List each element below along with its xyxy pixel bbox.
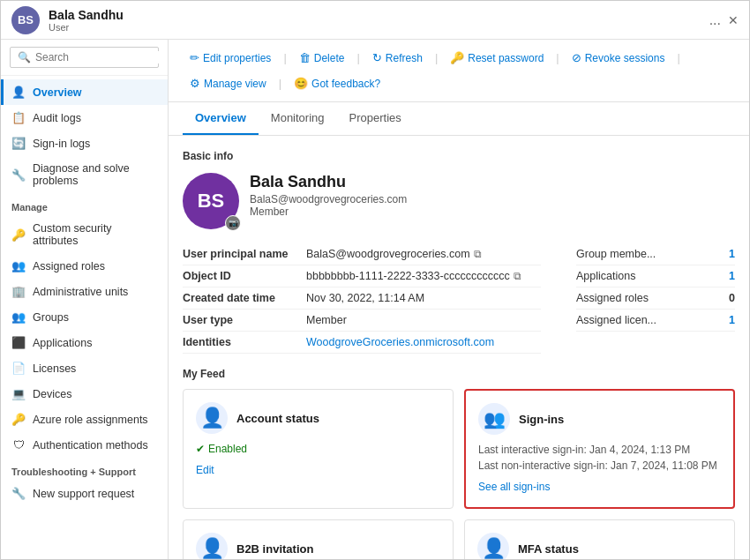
search-icon: 🔍 xyxy=(18,51,31,63)
sidebar-item-support[interactable]: 🔧 New support request xyxy=(1,481,168,506)
sidebar-item-assigned-roles-label: Assigned roles xyxy=(33,260,105,273)
user-type-label: User type xyxy=(183,314,306,326)
sep6: | xyxy=(279,77,281,90)
identities-link[interactable]: WoodgroveGroceries.onmicrosoft.com xyxy=(306,336,494,348)
tab-properties[interactable]: Properties xyxy=(337,102,414,135)
identities-label: Identities xyxy=(183,336,306,348)
summary-assigned-licenses: Assigned licen... 1 xyxy=(576,310,735,332)
close-icon[interactable]: ✕ xyxy=(728,13,739,27)
feed-grid: 👤 Account status ✔ Enabled Edit xyxy=(183,389,735,559)
groups-icon: 👥 xyxy=(11,310,26,324)
tab-overview[interactable]: Overview xyxy=(183,102,259,135)
avatar-initials: BS xyxy=(198,190,225,213)
sidebar-item-groups[interactable]: 👥 Groups xyxy=(1,304,168,330)
sidebar-item-overview[interactable]: 👤 Overview xyxy=(1,79,168,105)
reset-password-button[interactable]: 🔑 Reset password xyxy=(443,47,551,69)
assigned-roles-value[interactable]: 0 xyxy=(729,292,735,304)
delete-button[interactable]: 🗑 Delete xyxy=(292,47,352,69)
sep2: | xyxy=(356,51,359,64)
sidebar-item-admin-units[interactable]: 🏢 Administrative units xyxy=(1,279,168,304)
sign-ins-title: Sign-ins xyxy=(519,413,564,426)
admin-units-icon: 🏢 xyxy=(11,285,26,298)
basic-info-section: BS 📷 Bala Sandhu BalaS@woodgrovegrocerie… xyxy=(183,173,735,229)
prop-user-type: User type Member xyxy=(183,310,541,332)
right-summary: Group membe... 1 Applications 1 Assigned… xyxy=(576,243,735,354)
user-member-type: Member xyxy=(250,205,407,218)
delete-label: Delete xyxy=(314,52,345,64)
titlebar-info: Bala Sandhu User xyxy=(49,8,709,33)
account-status-title: Account status xyxy=(236,412,319,425)
manage-view-button[interactable]: ⚙ Manage view xyxy=(183,72,274,94)
summary-assigned-roles: Assigned roles 0 xyxy=(576,287,735,310)
upn-value: BalaS@woodgrovegroceries.com ⧉ xyxy=(306,248,482,260)
copy-upn-icon[interactable]: ⧉ xyxy=(474,248,482,260)
prop-object-id: Object ID bbbbbbbb-1111-2222-3333-cccccc… xyxy=(183,265,541,287)
check-icon: ✔ xyxy=(196,441,205,457)
group-members-label: Group membe... xyxy=(576,248,729,260)
delete-icon: 🗑 xyxy=(299,51,311,64)
properties-section: User principal name BalaS@woodgrovegroce… xyxy=(183,243,735,354)
licenses-icon: 📄 xyxy=(11,362,26,375)
sidebar-item-auth-methods[interactable]: 🛡 Authentication methods xyxy=(1,432,168,458)
prop-upn: User principal name BalaS@woodgrovegroce… xyxy=(183,243,541,265)
applications-icon: ⬛ xyxy=(11,336,26,349)
toolbar: ✏ Edit properties | 🗑 Delete | ↻ Refresh… xyxy=(169,40,749,102)
auth-methods-icon: 🛡 xyxy=(11,438,26,452)
sep3: | xyxy=(435,51,438,64)
copy-objectid-icon[interactable]: ⧉ xyxy=(514,270,521,282)
sidebar: 🔍 « 👤 Overview 📋 Audit logs 🔄 Sign-in lo… xyxy=(1,40,169,559)
sidebar-item-diagnose-label: Diagnose and solve problems xyxy=(33,162,157,187)
sidebar-item-applications[interactable]: ⬛ Applications xyxy=(1,330,168,355)
sidebar-item-audit-logs[interactable]: 📋 Audit logs xyxy=(1,105,168,131)
overview-icon: 👤 xyxy=(11,86,26,99)
last-interactive-signin: Last interactive sign-in: Jan 4, 2024, 1… xyxy=(478,442,721,458)
identities-value: WoodgroveGroceries.onmicrosoft.com xyxy=(306,336,494,348)
sidebar-item-azure-role[interactable]: 🔑 Azure role assignments xyxy=(1,407,168,432)
sidebar-item-licenses[interactable]: 📄 Licenses xyxy=(1,355,168,381)
sidebar-item-sign-in-logs[interactable]: 🔄 Sign-in logs xyxy=(1,131,168,156)
mfa-card: 👤 MFA status ✔ Capable with 5 authentica… xyxy=(464,519,735,559)
feed-label: My Feed xyxy=(183,368,735,380)
sidebar-search-area: 🔍 « xyxy=(1,40,168,76)
audit-logs-icon: 📋 xyxy=(11,111,26,124)
object-id-label: Object ID xyxy=(183,270,306,282)
user-type-value: Member xyxy=(306,314,347,326)
sidebar-item-applications-label: Applications xyxy=(33,337,92,349)
sidebar-item-licenses-label: Licenses xyxy=(33,362,76,375)
search-box[interactable]: 🔍 « xyxy=(10,47,159,68)
titlebar-role: User xyxy=(49,22,709,33)
titlebar-more-icon[interactable]: ... xyxy=(709,12,721,28)
group-members-value[interactable]: 1 xyxy=(729,248,735,260)
titlebar-avatar: BS xyxy=(11,6,40,34)
b2b-header: 👤 B2B invitation xyxy=(196,533,440,559)
assigned-roles-sum-label: Assigned roles xyxy=(576,292,729,304)
sidebar-item-devices[interactable]: 💻 Devices xyxy=(1,381,168,407)
user-email: BalaS@woodgrovegroceries.com xyxy=(250,193,407,205)
sidebar-item-assigned-roles[interactable]: 👥 Assigned roles xyxy=(1,253,168,279)
support-icon: 🔧 xyxy=(11,487,26,500)
tab-monitoring[interactable]: Monitoring xyxy=(259,102,337,135)
object-id-value: bbbbbbbb-1111-2222-3333-cccccccccccc ⧉ xyxy=(306,270,521,282)
feedback-label: Got feedback? xyxy=(311,78,380,90)
edit-properties-button[interactable]: ✏ Edit properties xyxy=(183,47,278,69)
sidebar-item-custom-security[interactable]: 🔑 Custom security attributes xyxy=(1,216,168,253)
feedback-button[interactable]: 😊 Got feedback? xyxy=(287,72,387,94)
revoke-sessions-button[interactable]: ⊘ Revoke sessions xyxy=(565,47,672,69)
summary-applications: Applications 1 xyxy=(576,265,735,287)
search-input[interactable] xyxy=(35,51,168,63)
assigned-licenses-value[interactable]: 1 xyxy=(729,314,735,326)
created-value: Nov 30, 2022, 11:14 AM xyxy=(306,292,424,304)
applications-label: Applications xyxy=(576,270,729,282)
camera-icon[interactable]: 📷 xyxy=(225,215,241,231)
refresh-button[interactable]: ↻ Refresh xyxy=(365,47,430,69)
sidebar-item-diagnose[interactable]: 🔧 Diagnose and solve problems xyxy=(1,156,168,193)
manage-view-icon: ⚙ xyxy=(190,77,200,90)
applications-value[interactable]: 1 xyxy=(729,270,735,282)
sidebar-item-groups-label: Groups xyxy=(33,311,69,324)
sign-ins-body: Last interactive sign-in: Jan 4, 2024, 1… xyxy=(478,442,721,495)
see-all-signins-link[interactable]: See all sign-ins xyxy=(478,479,550,495)
b2b-card: 👤 B2B invitation Convert to external use… xyxy=(183,519,454,559)
sep5: | xyxy=(677,51,679,64)
account-status-edit-link[interactable]: Edit xyxy=(196,462,214,478)
prop-identities: Identities WoodgroveGroceries.onmicrosof… xyxy=(183,332,541,354)
